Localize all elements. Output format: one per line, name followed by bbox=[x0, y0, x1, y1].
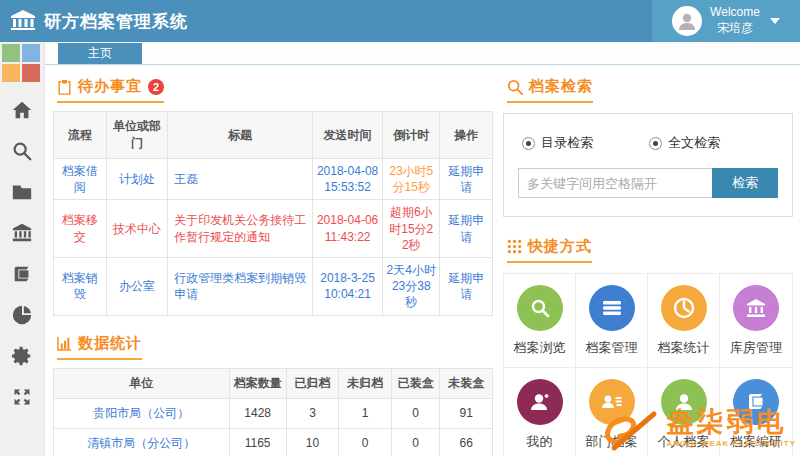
stats-table: 单位 档案数量 已归档 未归档 已装盒 未装盒 贵阳市局（公司） 1428 3 bbox=[53, 368, 493, 456]
user-info: Welcome 宋培彦 bbox=[710, 5, 760, 36]
stats-header-row: 单位 档案数量 已归档 未归档 已装盒 未装盒 bbox=[54, 368, 493, 398]
shortcuts-section-title: 快捷方式 bbox=[507, 237, 592, 263]
todo-delay-link[interactable]: 延期申请 bbox=[440, 200, 493, 258]
stats-col-total: 档案数量 bbox=[229, 368, 286, 398]
user-menu[interactable]: Welcome 宋培彦 bbox=[652, 0, 800, 42]
shortcut-department-archive[interactable]: 部门档案 bbox=[576, 368, 648, 456]
search-orange-icon bbox=[507, 79, 523, 95]
folder-icon[interactable] bbox=[10, 180, 34, 204]
shortcut-label: 库房管理 bbox=[730, 339, 782, 357]
todo-subject[interactable]: 行政管理类档案到期销毁申请 bbox=[168, 257, 313, 315]
stats-unit-link[interactable]: 贵阳市局（公司） bbox=[54, 398, 230, 428]
todo-delay-link[interactable]: 延期申请 bbox=[440, 159, 493, 200]
shortcut-label: 我的 bbox=[527, 433, 553, 451]
stats-boxed: 0 bbox=[392, 398, 440, 428]
stats-unarchived: 1 bbox=[339, 398, 392, 428]
home-icon[interactable] bbox=[10, 98, 34, 122]
search-mode-options: 目录检索 全文检索 bbox=[522, 134, 778, 152]
todo-sent: 2018-04-08 15:53:52 bbox=[312, 159, 382, 200]
todo-sent: 2018-3-25 10:04:21 bbox=[312, 257, 382, 315]
pie-chart-icon[interactable] bbox=[10, 303, 34, 327]
book-icon[interactable] bbox=[10, 262, 34, 286]
shortcut-archive-stats[interactable]: 档案统计 bbox=[648, 274, 720, 368]
shortcut-grid: 档案浏览 档案管理 档案统计 bbox=[503, 273, 793, 456]
shortcuts-title: 快捷方式 bbox=[528, 237, 592, 256]
search-input[interactable] bbox=[518, 168, 712, 198]
magnifier-icon bbox=[517, 285, 563, 331]
todo-process[interactable]: 档案销毁 bbox=[54, 257, 107, 315]
list-icon bbox=[589, 285, 635, 331]
archive-management-app: 研方档案管理系统 Welcome 宋培彦 bbox=[0, 0, 800, 456]
todo-countdown: 超期6小时15分22秒 bbox=[383, 200, 440, 258]
shortcut-personal-archive[interactable]: 个人档案 bbox=[648, 368, 720, 456]
shortcut-warehouse-manage[interactable]: 库房管理 bbox=[720, 274, 792, 368]
tab-bar: 主页 bbox=[45, 42, 800, 65]
username: 宋培彦 bbox=[710, 21, 760, 37]
shortcut-label: 档案管理 bbox=[586, 339, 638, 357]
fullscreen-expand-icon[interactable] bbox=[10, 385, 34, 409]
todo-col-process: 流程 bbox=[54, 112, 107, 159]
stats-unboxed: 91 bbox=[440, 398, 493, 428]
app-title: 研方档案管理系统 bbox=[44, 10, 188, 33]
color-grid-logo bbox=[2, 44, 42, 84]
todo-col-sent: 发送时间 bbox=[312, 112, 382, 159]
radio-icon bbox=[522, 137, 535, 150]
search-section-title: 档案检索 bbox=[507, 77, 593, 103]
stats-boxed: 0 bbox=[392, 428, 440, 456]
stats-total: 1428 bbox=[229, 398, 286, 428]
shortcut-label: 档案统计 bbox=[658, 339, 710, 357]
todo-col-dept: 单位或部门 bbox=[106, 112, 167, 159]
shortcut-archive-manage[interactable]: 档案管理 bbox=[576, 274, 648, 368]
shortcut-archive-research[interactable]: 档案编研 bbox=[720, 368, 792, 456]
users-icon bbox=[589, 379, 635, 425]
right-column: 档案检索 目录检索 全文检索 检索 bbox=[503, 65, 793, 456]
grid-blue bbox=[22, 44, 40, 62]
stats-unarchived: 0 bbox=[339, 428, 392, 456]
stats-col-boxed: 已装盒 bbox=[392, 368, 440, 398]
radio-catalog-search[interactable]: 目录检索 bbox=[522, 134, 593, 152]
grid-orange bbox=[2, 64, 20, 82]
radio-fulltext-search[interactable]: 全文检索 bbox=[649, 134, 720, 152]
welcome-text: Welcome bbox=[710, 5, 760, 21]
todo-delay-link[interactable]: 延期申请 bbox=[440, 257, 493, 315]
bar-chart-icon bbox=[57, 336, 72, 351]
todo-count-badge: 2 bbox=[148, 79, 164, 95]
sidebar bbox=[0, 42, 45, 456]
bank-icon bbox=[733, 285, 779, 331]
search-button[interactable]: 检索 bbox=[712, 168, 778, 198]
stats-row: 贵阳市局（公司） 1428 3 1 0 91 bbox=[54, 398, 493, 428]
todo-subject[interactable]: 王磊 bbox=[168, 159, 313, 200]
todo-process[interactable]: 档案借阅 bbox=[54, 159, 107, 200]
search-icon[interactable] bbox=[10, 139, 34, 163]
todo-section-title: 待办事宜 2 bbox=[57, 77, 164, 103]
shortcut-archive-browse[interactable]: 档案浏览 bbox=[504, 274, 576, 368]
todo-subject[interactable]: 关于印发机关公务接待工作暂行规定的通知 bbox=[168, 200, 313, 258]
shortcut-label: 档案编研 bbox=[730, 433, 782, 451]
bank-icon[interactable] bbox=[10, 221, 34, 245]
search-title: 档案检索 bbox=[529, 77, 593, 96]
stats-col-archived: 已归档 bbox=[286, 368, 339, 398]
grid-red bbox=[22, 64, 40, 82]
stats-unit-link[interactable]: 清镇市局（分公司） bbox=[54, 428, 230, 456]
search-panel: 目录检索 全文检索 检索 bbox=[503, 113, 793, 217]
user-plus-icon bbox=[517, 379, 563, 425]
todo-countdown: 23小时5分15秒 bbox=[383, 159, 440, 200]
shortcut-my-archive[interactable]: 我的 bbox=[504, 368, 576, 456]
todo-col-subject: 标题 bbox=[168, 112, 313, 159]
radio-fulltext-label: 全文检索 bbox=[668, 134, 720, 152]
pie-chart-icon bbox=[661, 285, 707, 331]
stats-title: 数据统计 bbox=[78, 334, 142, 353]
radio-icon bbox=[649, 137, 662, 150]
gear-icon[interactable] bbox=[10, 344, 34, 368]
bank-logo-icon bbox=[10, 10, 36, 32]
todo-table: 流程 单位或部门 标题 发送时间 倒计时 操作 档案借阅 计划处 王磊 bbox=[53, 111, 493, 316]
todo-sent: 2018-04-06 11:43:22 bbox=[312, 200, 382, 258]
tab-home[interactable]: 主页 bbox=[58, 43, 142, 64]
stats-row: 清镇市局（分公司） 1165 10 0 0 66 bbox=[54, 428, 493, 456]
stats-total: 1165 bbox=[229, 428, 286, 456]
grid-dots-icon bbox=[507, 239, 522, 254]
todo-process[interactable]: 档案移交 bbox=[54, 200, 107, 258]
todo-col-action: 操作 bbox=[440, 112, 493, 159]
stats-archived: 10 bbox=[286, 428, 339, 456]
chevron-down-icon bbox=[770, 18, 780, 24]
